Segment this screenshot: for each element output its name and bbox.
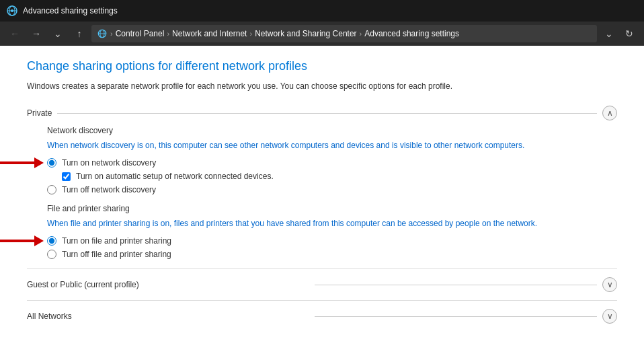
- turn-off-sharing-label: Turn off file and printer sharing: [62, 250, 171, 259]
- address-dropdown-button[interactable]: ⌄: [600, 24, 618, 43]
- path-control-panel[interactable]: Control Panel: [116, 29, 165, 38]
- all-networks-toggle[interactable]: ∨: [602, 309, 617, 324]
- back-button[interactable]: ←: [5, 24, 24, 43]
- private-divider: [57, 113, 597, 114]
- turn-on-discovery-row: Turn on network discovery: [47, 158, 617, 168]
- page-description: Windows creates a separate network profi…: [27, 80, 617, 92]
- guest-public-title: Guest or Public (current profile): [27, 280, 309, 289]
- turn-on-sharing-row: Turn on file and printer sharing: [47, 236, 617, 246]
- guest-public-divider: [315, 285, 597, 285]
- arrow-sharing: [0, 236, 44, 246]
- refresh-button[interactable]: ↻: [620, 24, 639, 43]
- guest-public-section: Guest or Public (current profile) ∨: [27, 268, 617, 300]
- file-printer-info: When file and printer sharing is on, fil…: [47, 217, 617, 229]
- turn-on-discovery-radio[interactable]: [47, 158, 56, 168]
- app-icon: [7, 5, 17, 16]
- private-toggle-button[interactable]: ∧: [602, 106, 617, 120]
- all-networks-divider: [315, 316, 597, 317]
- path-network-internet[interactable]: Network and Internet: [172, 29, 247, 38]
- auto-setup-label: Turn on automatic setup of network conne…: [76, 172, 274, 181]
- svg-point-3: [11, 9, 13, 12]
- up-button[interactable]: ↑: [70, 24, 89, 43]
- network-discovery-subsection: Network discovery When network discovery…: [27, 126, 617, 194]
- recent-locations-button[interactable]: ⌄: [48, 24, 67, 43]
- file-printer-subsection: File and printer sharing When file and p…: [27, 204, 617, 259]
- turn-off-discovery-label: Turn off network discovery: [62, 185, 156, 194]
- turn-off-discovery-radio[interactable]: [47, 185, 56, 194]
- private-section-title: Private: [27, 108, 52, 118]
- file-printer-title: File and printer sharing: [47, 204, 617, 213]
- path-globe-icon: [97, 28, 108, 39]
- all-networks-title: All Networks: [27, 312, 309, 321]
- address-bar: ← → ⌄ ↑ › Control Panel › Network and In…: [0, 22, 644, 46]
- forward-button[interactable]: →: [27, 24, 46, 43]
- turn-on-discovery-label: Turn on network discovery: [62, 158, 156, 168]
- auto-setup-row: Turn on automatic setup of network conne…: [47, 172, 617, 181]
- path-network-sharing-center[interactable]: Network and Sharing Center: [255, 29, 356, 38]
- all-networks-section: All Networks ∨: [27, 300, 617, 332]
- arrow-discovery: [0, 157, 44, 168]
- turn-off-discovery-row: Turn off network discovery: [47, 185, 617, 194]
- path-advanced-sharing[interactable]: Advanced sharing settings: [364, 29, 459, 38]
- turn-off-sharing-row: Turn off file and printer sharing: [47, 250, 617, 259]
- network-discovery-info: When network discovery is on, this compu…: [47, 139, 617, 151]
- address-path: › Control Panel › Network and Internet ›…: [91, 25, 597, 42]
- title-bar: Advanced sharing settings: [0, 0, 644, 22]
- private-section: Private ∧ Network discovery When network…: [27, 106, 617, 259]
- private-section-header: Private ∧: [27, 106, 617, 120]
- network-discovery-title: Network discovery: [47, 126, 617, 135]
- guest-public-toggle[interactable]: ∨: [602, 277, 617, 292]
- turn-on-sharing-label: Turn on file and printer sharing: [62, 236, 171, 246]
- turn-off-sharing-radio[interactable]: [47, 250, 56, 259]
- auto-setup-checkbox[interactable]: [62, 172, 71, 181]
- page-title: Change sharing options for different net…: [27, 59, 617, 73]
- turn-on-sharing-radio[interactable]: [47, 236, 56, 246]
- title-bar-text: Advanced sharing settings: [23, 6, 118, 15]
- main-content: Change sharing options for different net…: [0, 46, 644, 362]
